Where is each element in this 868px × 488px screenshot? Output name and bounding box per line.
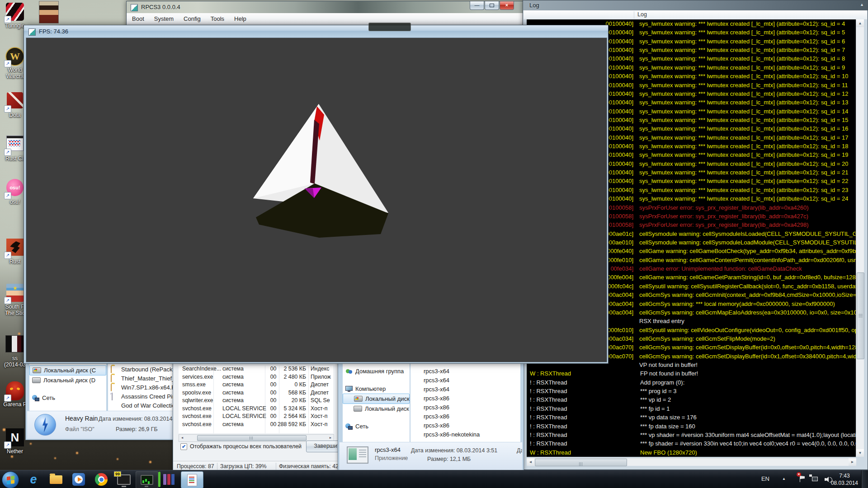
minimize-button[interactable]: — bbox=[470, 1, 484, 10]
log-horizontal-scrollbar[interactable]: ◄ ► bbox=[527, 458, 856, 466]
tree-item-сеть[interactable]: Сеть bbox=[343, 422, 410, 431]
tree-item-домашняя-группа[interactable]: Домашняя группа bbox=[343, 366, 410, 376]
taskbar-winrar-button[interactable] bbox=[158, 471, 180, 488]
log-titlebar[interactable]: Log ▴ bbox=[523, 0, 868, 10]
hidden-icons-chevron[interactable]: ▲ bbox=[782, 477, 786, 481]
log-thread-cell: ! : RSXThread bbox=[527, 387, 637, 395]
log-message: cellGcmSys warning: cellGcmMapEaIoAddres… bbox=[636, 308, 856, 317]
nether-icon: N↗ bbox=[5, 428, 24, 447]
start-button[interactable] bbox=[2, 471, 19, 488]
scrollbar-thumb[interactable] bbox=[197, 435, 307, 441]
process-row[interactable]: spoolsv.exeсистема00568 КБДиспет bbox=[179, 389, 333, 398]
taskbar-task-manager-button[interactable] bbox=[136, 471, 158, 488]
language-indicator[interactable]: EN bbox=[761, 475, 769, 482]
scroll-down-icon[interactable]: ▼ bbox=[856, 449, 864, 457]
file-item[interactable]: rpcs3-x64 bbox=[410, 375, 520, 385]
shortcut-arrow-icon: ↗ bbox=[4, 297, 11, 304]
log-column-header[interactable]: Log bbox=[524, 10, 867, 20]
ember-spark bbox=[149, 461, 151, 463]
log-row: ! : RSXThread*** vp data size = 176 bbox=[527, 413, 856, 422]
rpcs3-title: RPCS3 0.0.0.4 bbox=[141, 4, 180, 10]
chevron-up-icon[interactable]: ▴ bbox=[861, 2, 863, 7]
log-thread-cell: ! : RSXThread bbox=[527, 404, 637, 413]
file-item[interactable]: Starbound (RePack R bbox=[108, 365, 173, 374]
taskbar-document-button[interactable] bbox=[181, 471, 203, 488]
taskbar-chrome-button[interactable] bbox=[90, 471, 112, 488]
file-item[interactable]: rpcs3-x86 bbox=[410, 421, 520, 430]
process-row[interactable]: smss.exeсистема000 КБДиспет bbox=[179, 381, 333, 389]
close-button[interactable]: × bbox=[500, 1, 514, 10]
tree-item-локальный-диск-d[interactable]: Локальный диск (D bbox=[29, 375, 106, 385]
scroll-up-icon[interactable]: ▲ bbox=[856, 19, 864, 27]
ember-spark bbox=[30, 443, 32, 445]
process-name: svchost.exe bbox=[182, 413, 212, 419]
file-name: rpcs3-x64 bbox=[375, 446, 401, 453]
end-process-button[interactable]: Завершить bbox=[306, 441, 339, 452]
file-item[interactable]: rpcs3-x86 bbox=[410, 412, 520, 421]
taskbar-fps-meter-button[interactable]: 99 bbox=[113, 471, 135, 488]
log-message: *** prog id = 3 bbox=[637, 387, 677, 395]
log-message: sys_lwmutex warning: *** lwmutex created… bbox=[636, 46, 845, 54]
fps-render-window: FPS: 74.36 — × bbox=[24, 25, 609, 364]
scrollbar-thumb[interactable] bbox=[857, 272, 864, 359]
file-item[interactable]: Thief_Master_Thief_E bbox=[108, 374, 173, 383]
process-list: SearchIndexe...система002 536 КБИндексse… bbox=[179, 366, 333, 433]
garena-icon: ↗ bbox=[5, 381, 24, 400]
process-description: Прилож bbox=[311, 374, 331, 380]
media-player-icon bbox=[72, 473, 85, 486]
file-item[interactable]: rpcs3-x86 bbox=[410, 403, 520, 412]
scroll-left-icon[interactable]: ◄ bbox=[179, 435, 185, 441]
log-message: VP not found in buffer! bbox=[636, 361, 698, 369]
dota-icon: ↗ bbox=[5, 92, 24, 111]
process-row[interactable]: svchost.exeLOCAL SERVICE002 564 КБХост-п bbox=[179, 413, 333, 421]
shortcut-arrow-icon: ↗ bbox=[4, 149, 11, 156]
taskbar-internet-explorer-button[interactable]: e bbox=[23, 471, 44, 488]
file-item[interactable]: rpcs3-x86-nekotekina bbox=[410, 430, 520, 439]
menu-item-tools[interactable]: Tools bbox=[206, 15, 229, 22]
scroll-right-icon[interactable]: ► bbox=[327, 435, 334, 441]
show-all-processes-checkbox[interactable]: ✔ bbox=[180, 443, 187, 450]
file-item[interactable]: Assassins Creed Pirat bbox=[108, 392, 173, 401]
tree-item-локальный-диск-c[interactable]: Локальный диск (C bbox=[29, 365, 106, 375]
fps-titlebar[interactable]: FPS: 74.36 bbox=[24, 25, 608, 38]
file-item[interactable]: rpcs3-x86 bbox=[410, 394, 520, 403]
file-item-label: rpcs3-x86 bbox=[424, 395, 449, 402]
rust-client-icon: ↗ bbox=[5, 136, 24, 155]
maximize-button[interactable] bbox=[485, 1, 499, 10]
menu-item-system[interactable]: System bbox=[149, 15, 179, 22]
tree-item-локальный-диск-d[interactable]: Локальный диск (D bbox=[343, 404, 410, 413]
file-item[interactable]: rpcs3-x64 bbox=[410, 385, 520, 394]
tree-item-локальный-диск-c[interactable]: Локальный диск (C bbox=[343, 394, 410, 404]
menu-item-help[interactable]: Help bbox=[229, 15, 251, 22]
log-message: sys_lwmutex warning: *** lwmutex created… bbox=[636, 124, 848, 133]
tree-item-компьютер[interactable]: Компьютер bbox=[343, 384, 410, 394]
scroll-left-icon[interactable]: ◄ bbox=[527, 458, 534, 466]
process-description: Хост-п bbox=[311, 405, 327, 412]
log-vertical-scrollbar[interactable]: ▲ ▼ bbox=[856, 19, 864, 457]
scrollbar-thumb[interactable] bbox=[535, 459, 627, 466]
rpcs3-titlebar[interactable]: RPCS3 0.0.0.4 bbox=[127, 1, 526, 13]
log-message: cellGame warning: cellGameBootCheck(type… bbox=[636, 247, 856, 255]
scroll-right-icon[interactable]: ► bbox=[849, 458, 856, 466]
menu-item-config[interactable]: Config bbox=[179, 15, 206, 22]
clock[interactable]: 7:43 08.03.2014 bbox=[831, 472, 858, 487]
menu-item-boot[interactable]: Boot bbox=[127, 15, 149, 22]
taskbar-media-player-button[interactable] bbox=[68, 471, 90, 488]
process-count: Процессов: 87 bbox=[177, 463, 214, 469]
tree-item-сеть[interactable]: Сеть bbox=[29, 393, 106, 403]
picture-file-icon[interactable] bbox=[39, 1, 59, 23]
log-message: sys_lwmutex warning: *** lwmutex created… bbox=[636, 89, 848, 98]
show-desktop-button[interactable] bbox=[861, 470, 868, 488]
log-message: cellSysmodule warning: cellSysmoduleIsLo… bbox=[636, 230, 856, 238]
taskbar-explorer-button[interactable] bbox=[45, 471, 67, 488]
file-item[interactable]: God of War Collectio bbox=[108, 401, 173, 410]
process-row[interactable]: SearchIndexe...система002 536 КБИндекс bbox=[179, 366, 333, 374]
process-row[interactable]: services.exeсистема002 480 КБПрилож bbox=[179, 374, 333, 382]
process-user: система bbox=[222, 397, 244, 404]
file-item[interactable]: rpcs3-x64 bbox=[410, 366, 520, 375]
process-row[interactable]: svchost.exeLOCAL SERVICE005 324 КБХост-п bbox=[179, 405, 333, 413]
file-item[interactable]: Win7.SP1.x86-x64.Ru bbox=[108, 383, 173, 392]
task-manager-window: SearchIndexe...система002 536 КБИндексse… bbox=[173, 349, 339, 473]
process-row[interactable]: sqlwriter.exeсистема0020 КБSQL Se bbox=[179, 397, 333, 405]
process-row[interactable]: svchost.exeсистема00288 592 КБХост-п bbox=[179, 421, 333, 429]
